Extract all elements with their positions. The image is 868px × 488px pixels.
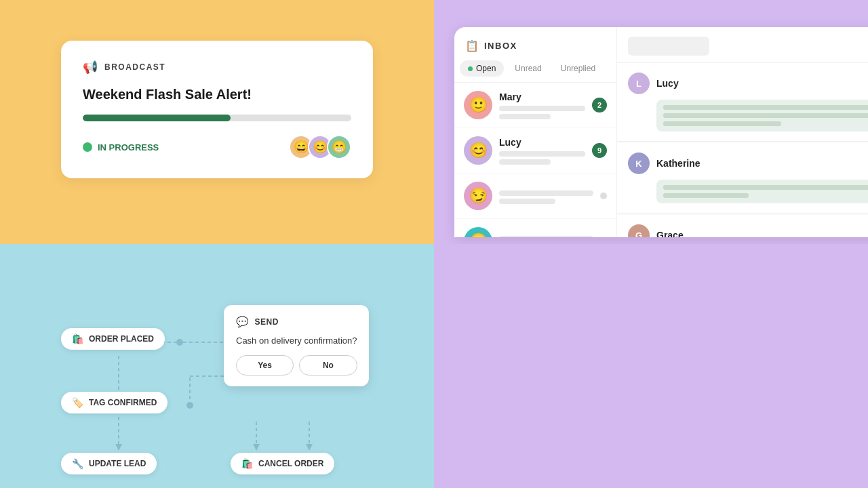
initial-lucy: L — [628, 73, 650, 94]
inbox-tabs: Open Unread Unreplied — [454, 60, 616, 83]
inbox-item-content-4 — [499, 233, 593, 237]
message-bubble-katherine — [656, 180, 868, 203]
message-preview2 — [499, 199, 555, 204]
tab-open[interactable]: Open — [460, 60, 504, 77]
contact-entry-grace: G Grace — [617, 215, 868, 237]
node-order-placed: 🛍️ ORDER PLACED — [61, 328, 165, 350]
message-preview2 — [499, 159, 551, 165]
inbox-list: 🙂 Mary 2 😊 Lucy 9 — [454, 83, 616, 237]
unread-badge-lucy: 9 — [592, 143, 607, 158]
msg-line-short — [663, 121, 781, 126]
initial-katherine: K — [628, 152, 650, 174]
broadcast-icon: 📢 — [83, 60, 98, 75]
avatar-group: 😄 😊 😁 — [289, 135, 351, 159]
broadcast-footer: IN PROGRESS 😄 😊 😁 — [83, 135, 351, 159]
svg-point-11 — [186, 402, 193, 409]
message-preview2 — [499, 114, 551, 119]
inbox-title: INBOX — [484, 41, 517, 51]
shopify-icon: 🛍️ — [72, 333, 83, 344]
broadcast-header: 📢 BROADCAST — [83, 60, 351, 75]
message-preview — [499, 106, 585, 111]
inbox-quadrant: 📋 INBOX Open Unread Unreplied — [434, 0, 868, 244]
avatar-mary: 🙂 — [464, 91, 492, 119]
inbox-icon: 📋 — [465, 39, 479, 52]
message-preview — [499, 151, 585, 157]
contact-header-grace: G Grace — [628, 224, 868, 237]
tab-unreplied[interactable]: Unreplied — [553, 60, 604, 77]
svg-marker-7 — [253, 444, 260, 451]
search-bar[interactable] — [628, 37, 709, 56]
svg-point-10 — [176, 339, 183, 346]
inbox-item-content-3 — [499, 188, 593, 204]
contact-header-katherine: K Katherine — [628, 152, 868, 174]
tab-unread-label: Unread — [515, 64, 541, 73]
contact-name-katherine: Katherine — [656, 158, 701, 169]
node-tag-confirmed-label: TAG CONFIRMED — [89, 398, 157, 407]
inbox-item-lucy[interactable]: 😊 Lucy 9 — [454, 128, 616, 174]
send-label: SEND — [255, 317, 279, 327]
inbox-right-panel: 👥 L Lucy K Katherine — [617, 27, 868, 237]
node-cancel-order: 🛍️ CANCEL ORDER — [231, 453, 334, 474]
svg-marker-5 — [115, 444, 122, 451]
broadcast-card: 📢 BROADCAST Weekend Flash Sale Alert! IN… — [61, 41, 373, 178]
inbox-item-content: Mary — [499, 92, 585, 119]
update-lead-icon: 🔧 — [72, 458, 83, 469]
flow-quadrant: 🛍️ ORDER PLACED 💬 SEND Cash on delivery … — [0, 244, 434, 488]
node-update-lead-label: UPDATE LEAD — [89, 459, 146, 468]
unread-dot-3 — [600, 192, 607, 199]
inbox-item-mary[interactable]: 🙂 Mary 2 — [454, 83, 616, 128]
contact-name-grace: Grace — [656, 230, 684, 237]
tab-dot — [468, 66, 473, 71]
broadcast-title: BROADCAST — [104, 62, 165, 72]
contact-name-mary: Mary — [499, 92, 585, 102]
send-dialog: 💬 SEND Cash on delivery confirmation? Ye… — [224, 305, 369, 386]
no-button[interactable]: No — [299, 355, 357, 375]
avatar-lucy: 😊 — [464, 136, 492, 165]
inbox-item-3[interactable]: 😏 — [454, 174, 616, 219]
node-cancel-order-label: CANCEL ORDER — [258, 459, 323, 468]
avatar-4: 😁 — [464, 227, 492, 237]
inbox-item-4[interactable]: 😁 — [454, 219, 616, 237]
msg-line-short — [663, 193, 749, 198]
contact-name-lucy: Lucy — [499, 137, 585, 148]
contact-header-lucy: L Lucy — [628, 73, 868, 94]
broadcast-quadrant: 📢 BROADCAST Weekend Flash Sale Alert! IN… — [0, 0, 434, 244]
progress-bar-fill — [83, 115, 231, 121]
avatar: 😁 — [327, 135, 351, 159]
inbox-header: 📋 INBOX — [454, 27, 616, 60]
inbox-panel: 📋 INBOX Open Unread Unreplied — [454, 27, 868, 237]
node-order-placed-label: ORDER PLACED — [89, 334, 154, 344]
tab-unread[interactable]: Unread — [507, 60, 549, 77]
msg-line — [663, 105, 868, 110]
status-dot — [83, 142, 92, 152]
msg-line — [663, 185, 868, 190]
inbox-title-row: 📋 INBOX — [465, 39, 606, 52]
tab-unreplied-label: Unreplied — [561, 64, 595, 73]
tag-icon: 🏷️ — [72, 397, 83, 408]
inbox-left-panel: 📋 INBOX Open Unread Unreplied — [454, 27, 617, 237]
send-dialog-text: Cash on delivery confirmation? — [236, 335, 357, 347]
inbox-item-content-lucy: Lucy — [499, 137, 585, 165]
bottom-right-quadrant — [434, 244, 868, 488]
contact-name-lucy-right: Lucy — [656, 78, 679, 89]
progress-bar-background — [83, 115, 351, 121]
contact-entry-lucy: L Lucy — [617, 63, 868, 142]
initial-grace: G — [628, 224, 650, 237]
message-bubble-lucy — [656, 100, 868, 131]
message-preview — [499, 190, 593, 196]
flow-dialog-buttons: Yes No — [236, 355, 357, 375]
yes-button[interactable]: Yes — [236, 355, 294, 375]
status-label: IN PROGRESS — [98, 142, 159, 152]
send-dialog-header: 💬 SEND — [236, 316, 357, 328]
status-badge: IN PROGRESS — [83, 142, 159, 152]
cancel-order-icon: 🛍️ — [241, 458, 253, 469]
message-preview — [499, 236, 593, 237]
node-tag-confirmed: 🏷️ TAG CONFIRMED — [61, 392, 167, 413]
msg-line — [663, 113, 868, 118]
tab-open-label: Open — [476, 64, 496, 73]
inbox-right-header: 👥 — [617, 27, 868, 63]
svg-marker-9 — [306, 444, 313, 451]
whatsapp-icon: 💬 — [236, 316, 250, 328]
contact-entry-katherine: K Katherine — [617, 143, 868, 214]
broadcast-message: Weekend Flash Sale Alert! — [83, 87, 351, 102]
